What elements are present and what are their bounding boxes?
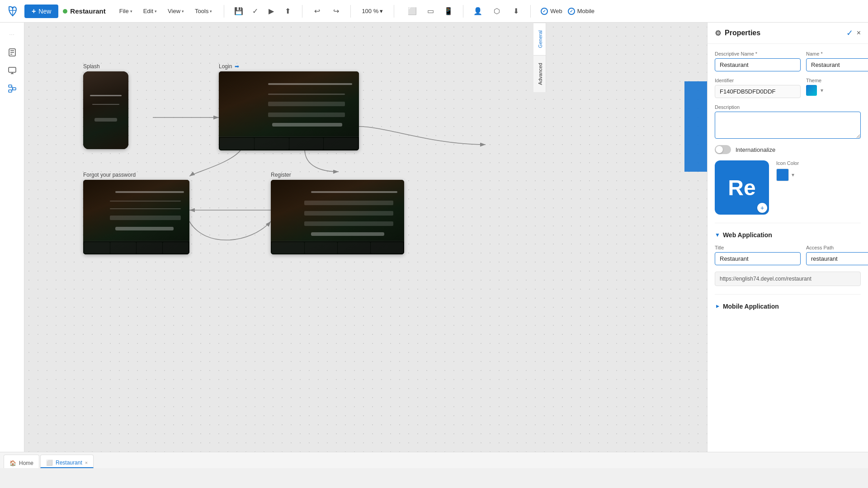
register-node[interactable]: Register [271, 172, 404, 254]
icon-color-column: Icon Color ▾ [776, 160, 799, 181]
bottom-tabs: 🏠 Home ⬜ Restaurant × .bottom-tab.active… [0, 452, 868, 468]
menu-file-label: File [119, 8, 129, 14]
splash-label: Splash [83, 63, 128, 70]
device-buttons: ⬜ ▭ 📱 [405, 4, 456, 19]
zoom-control[interactable]: 100 % ▾ [358, 6, 387, 16]
panel-title: ⚙ Properties [715, 29, 760, 38]
tab-restaurant-close[interactable]: × [85, 460, 88, 465]
theme-swatch[interactable] [806, 85, 817, 96]
panel-title-label: Properties [725, 29, 760, 37]
forgot-password-label: Forgot your password [83, 172, 189, 178]
run-button[interactable]: ▶ [264, 4, 278, 19]
menu-tools[interactable]: Tools ▾ [190, 5, 217, 17]
forgot-frame[interactable] [83, 180, 189, 254]
identifier-input[interactable] [715, 85, 801, 98]
web-title-input[interactable] [715, 252, 801, 265]
tab-home[interactable]: 🏠 Home [4, 455, 39, 468]
name-input[interactable] [806, 58, 868, 71]
icon-color-chevron[interactable]: ▾ [792, 172, 794, 178]
component-button[interactable]: ⬡ [490, 4, 504, 19]
sidebar-screen-icon[interactable] [4, 62, 20, 79]
plus-icon: + [32, 7, 36, 15]
access-path-group: Access Path [806, 245, 868, 265]
name-group: Name * [806, 51, 868, 71]
general-tab[interactable]: General [533, 23, 546, 55]
panel-tabs-area: General Advanced [533, 23, 546, 452]
advanced-tab[interactable]: Advanced [533, 55, 546, 92]
theme-chevron-icon[interactable]: ▾ [821, 87, 823, 94]
section-divider-2 [715, 294, 861, 295]
menu-edit[interactable]: Edit ▾ [139, 5, 161, 17]
register-frame[interactable] [271, 180, 404, 254]
svg-rect-6 [9, 67, 16, 72]
icon-color-swatch[interactable] [776, 169, 789, 181]
login-node[interactable]: Login ➡ [219, 63, 359, 150]
menu-tools-chevron: ▾ [210, 9, 212, 14]
new-button[interactable]: + New [24, 5, 58, 18]
menu-file[interactable]: File ▾ [115, 5, 137, 17]
undo-button[interactable]: ↩ [310, 4, 324, 19]
tab-home-label: Home [19, 460, 33, 466]
app-icon-plus-button[interactable]: + [757, 203, 767, 213]
mobile-application-section-header[interactable]: ▼ Mobile Application [715, 303, 861, 310]
access-path-label: Access Path [806, 245, 868, 250]
toolbar-actions: 💾 ✓ ▶ ⬆ [231, 4, 295, 19]
app-icon-box[interactable]: Re + [715, 160, 769, 215]
main-area: ··· [0, 23, 868, 452]
tablet-device-button[interactable]: ▭ [423, 4, 438, 19]
internationalize-row: Internationalize [715, 145, 861, 154]
tab-restaurant-label: Restaurant [56, 460, 82, 466]
properties-confirm-button[interactable]: ✓ [846, 28, 853, 38]
forgot-password-node[interactable]: Forgot your password [83, 172, 189, 254]
description-group: Description [715, 104, 861, 139]
web-toggle[interactable]: Web [541, 8, 562, 15]
descriptive-name-input[interactable] [715, 58, 801, 71]
identifier-group: Identifier [715, 78, 801, 98]
panel-header-actions: ✓ × [846, 28, 861, 38]
app-icon-container: Re + Icon Color ▾ [715, 160, 861, 215]
redo-button[interactable]: ↪ [329, 4, 343, 19]
internationalize-toggle[interactable] [715, 145, 731, 154]
web-application-section-header[interactable]: ▼ Web Application [715, 231, 861, 239]
description-textarea[interactable] [715, 112, 861, 139]
menu-tools-label: Tools [195, 8, 208, 14]
login-screen [219, 71, 359, 150]
svg-line-12 [12, 86, 13, 89]
section-divider-1 [715, 223, 861, 223]
menu-edit-chevron: ▾ [155, 9, 157, 14]
restaurant-tab-icon: ⬜ [46, 460, 53, 466]
app-status-dot [63, 9, 67, 14]
new-button-label: New [38, 8, 51, 15]
panel-body: Descriptive Name * Name * Identifier [708, 44, 868, 317]
menu-view-label: View [168, 8, 180, 14]
download-button[interactable]: ⬇ [509, 4, 523, 19]
desktop-device-button[interactable]: ⬜ [405, 4, 420, 19]
export-button[interactable]: ⬆ [280, 4, 295, 19]
sidebar-pages-icon[interactable] [4, 44, 20, 61]
splash-node[interactable]: Splash [83, 63, 128, 149]
splash-frame[interactable] [83, 71, 128, 149]
zoom-value: 100 % [362, 8, 378, 14]
mobile-device-button[interactable]: 📱 [441, 4, 456, 19]
mobile-toggle[interactable]: Mobile [568, 8, 594, 15]
avatar-button[interactable]: 👤 [471, 4, 485, 19]
sidebar-flow-icon[interactable] [4, 80, 20, 97]
canvas-area[interactable]: Splash Login ➡ [24, 23, 707, 452]
save-button[interactable]: 💾 [231, 4, 246, 19]
home-tab-icon: 🏠 [9, 460, 16, 466]
access-path-input[interactable] [806, 252, 868, 265]
toolbar-separator-1 [224, 5, 224, 18]
menu-view[interactable]: View ▾ [163, 5, 189, 17]
mobile-check-icon [568, 8, 575, 15]
icon-color-label: Icon Color [776, 160, 799, 166]
sidebar-dots-icon: ··· [4, 26, 20, 42]
login-label: Login ➡ [219, 63, 359, 70]
toolbar-separator-3 [350, 5, 351, 18]
tab-restaurant[interactable]: ⬜ Restaurant × [40, 455, 94, 468]
top-toolbar: + New Restaurant File ▾ Edit ▾ View ▾ To… [0, 0, 868, 23]
check-button[interactable]: ✓ [248, 4, 262, 19]
platform-toggles: Web Mobile [541, 8, 594, 15]
web-title-label: Title [715, 245, 801, 250]
properties-close-button[interactable]: × [857, 29, 861, 37]
login-frame[interactable] [219, 71, 359, 150]
